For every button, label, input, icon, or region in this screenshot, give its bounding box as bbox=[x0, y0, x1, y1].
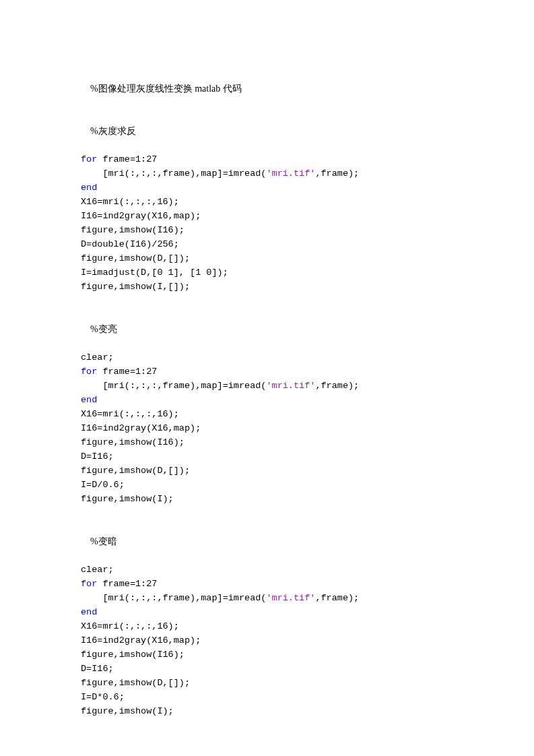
code-text: figure,imshow(I,[]); bbox=[81, 282, 190, 292]
code-text: clear; bbox=[81, 352, 114, 363]
code-line: X16=mri(:,:,:,16); bbox=[81, 195, 457, 209]
code-line: end bbox=[81, 605, 457, 619]
keyword: end bbox=[81, 183, 97, 193]
code-line: for frame=1:27 bbox=[81, 577, 457, 591]
title-end: 代码 bbox=[223, 84, 242, 94]
code-line: [mri(:,:,:,frame),map]=imread('mri.tif',… bbox=[81, 591, 457, 605]
section-heading-1: %变亮 bbox=[81, 308, 457, 350]
string-literal: 'mri.tif' bbox=[266, 593, 315, 603]
code-line: figure,imshow(I); bbox=[81, 492, 457, 506]
code-text: I=D*0.6; bbox=[81, 692, 125, 702]
code-text: X16=mri(:,:,:,16); bbox=[81, 197, 179, 207]
code-text: figure,imshow(D,[]); bbox=[81, 678, 190, 688]
sub-txt-0: 灰度求反 bbox=[98, 126, 136, 136]
string-literal: 'mri.tif' bbox=[266, 381, 315, 391]
keyword: for bbox=[81, 154, 97, 164]
code-line: figure,imshow(I16); bbox=[81, 223, 457, 237]
code-text: figure,imshow(I16); bbox=[81, 437, 185, 447]
code-line: X16=mri(:,:,:,16); bbox=[81, 407, 457, 421]
code-text: frame=1:27 bbox=[97, 367, 157, 377]
code-text: figure,imshow(I16); bbox=[81, 225, 185, 235]
keyword: end bbox=[81, 395, 97, 405]
code-line: [mri(:,:,:,frame),map]=imread('mri.tif',… bbox=[81, 379, 457, 393]
code-text: D=I16; bbox=[81, 664, 114, 674]
code-line: figure,imshow(D,[]); bbox=[81, 464, 457, 478]
code-text: figure,imshow(D,[]); bbox=[81, 253, 190, 263]
code-line: figure,imshow(I,[]); bbox=[81, 280, 457, 294]
sub-pct-2: % bbox=[90, 536, 98, 546]
code-block-0: for frame=1:27 [mri(:,:,:,frame),map]=im… bbox=[81, 152, 457, 294]
code-text: I16=ind2gray(X16,map); bbox=[81, 635, 201, 645]
code-text: D=I16; bbox=[81, 451, 114, 462]
code-text: clear; bbox=[81, 565, 114, 575]
code-line: D=I16; bbox=[81, 662, 457, 676]
code-text: ,frame); bbox=[315, 593, 359, 603]
code-line: for frame=1:27 bbox=[81, 152, 457, 166]
code-line: clear; bbox=[81, 563, 457, 577]
code-line: I16=ind2gray(X16,map); bbox=[81, 421, 457, 435]
code-text: [mri(:,:,:,frame),map]=imread( bbox=[81, 168, 266, 179]
code-line: figure,imshow(I); bbox=[81, 704, 457, 718]
doc-title: %图像处理灰度线性变换 matlab 代码 bbox=[81, 67, 457, 110]
code-text: ,frame); bbox=[315, 381, 359, 391]
code-line: X16=mri(:,:,:,16); bbox=[81, 619, 457, 633]
code-line: I=imadjust(D,[0 1], [1 0]); bbox=[81, 265, 457, 280]
sub-pct-1: % bbox=[90, 324, 98, 334]
code-line: figure,imshow(I16); bbox=[81, 648, 457, 662]
code-line: I=D/0.6; bbox=[81, 478, 457, 492]
code-text: [mri(:,:,:,frame),map]=imread( bbox=[81, 381, 266, 391]
code-line: clear; bbox=[81, 350, 457, 365]
sub-txt-1: 变亮 bbox=[98, 324, 117, 334]
code-text: I16=ind2gray(X16,map); bbox=[81, 423, 201, 433]
code-line: I16=ind2gray(X16,map); bbox=[81, 209, 457, 223]
keyword: end bbox=[81, 607, 97, 617]
title-suffix: matlab bbox=[193, 84, 223, 94]
keyword: for bbox=[81, 579, 97, 589]
code-text: I=imadjust(D,[0 1], [1 0]); bbox=[81, 267, 228, 278]
code-text: X16=mri(:,:,:,16); bbox=[81, 409, 179, 419]
code-line: end bbox=[81, 393, 457, 407]
code-block-2: clear;for frame=1:27 [mri(:,:,:,frame),m… bbox=[81, 563, 457, 718]
title-cjk: 图像处理灰度线性变换 bbox=[98, 84, 193, 94]
section-heading-2: %变暗 bbox=[81, 520, 457, 563]
code-text: [mri(:,:,:,frame),map]=imread( bbox=[81, 593, 266, 603]
code-text: frame=1:27 bbox=[97, 579, 157, 589]
code-line: D=I16; bbox=[81, 449, 457, 464]
code-line: D=double(I16)/256; bbox=[81, 237, 457, 251]
code-text: X16=mri(:,:,:,16); bbox=[81, 621, 179, 631]
code-text: figure,imshow(I16); bbox=[81, 650, 185, 660]
keyword: for bbox=[81, 367, 97, 377]
code-text: figure,imshow(D,[]); bbox=[81, 466, 190, 476]
blank-line bbox=[81, 506, 457, 520]
sub-txt-2: 变暗 bbox=[98, 536, 117, 546]
code-line: figure,imshow(I16); bbox=[81, 435, 457, 449]
document-page: %图像处理灰度线性变换 matlab 代码 %灰度求反 for frame=1:… bbox=[0, 0, 534, 718]
code-line: I=D*0.6; bbox=[81, 690, 457, 704]
code-text: I=D/0.6; bbox=[81, 480, 125, 490]
code-block-1: clear;for frame=1:27 [mri(:,:,:,frame),m… bbox=[81, 350, 457, 506]
code-line: I16=ind2gray(X16,map); bbox=[81, 633, 457, 648]
code-line: figure,imshow(D,[]); bbox=[81, 251, 457, 265]
code-text: figure,imshow(I); bbox=[81, 706, 174, 716]
code-text: figure,imshow(I); bbox=[81, 494, 174, 504]
code-text: ,frame); bbox=[315, 168, 359, 179]
string-literal: 'mri.tif' bbox=[266, 168, 315, 179]
sub-pct-0: % bbox=[90, 126, 98, 136]
title-pct: % bbox=[90, 84, 98, 94]
code-text: frame=1:27 bbox=[97, 154, 157, 164]
code-line: figure,imshow(D,[]); bbox=[81, 676, 457, 690]
code-line: [mri(:,:,:,frame),map]=imread('mri.tif',… bbox=[81, 166, 457, 181]
code-text: I16=ind2gray(X16,map); bbox=[81, 211, 201, 221]
section-heading-0: %灰度求反 bbox=[81, 110, 457, 152]
blank-line bbox=[81, 294, 457, 308]
code-line: for frame=1:27 bbox=[81, 365, 457, 379]
code-text: D=double(I16)/256; bbox=[81, 239, 179, 249]
code-line: end bbox=[81, 181, 457, 195]
